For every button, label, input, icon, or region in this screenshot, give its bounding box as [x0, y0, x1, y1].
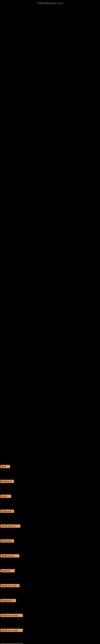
item-row: Bottleneck resu [0, 584, 100, 587]
list-item: Bottleneck resu [0, 584, 100, 587]
item-row: Bottleneck result [0, 643, 100, 644]
item-row: Bottleneck result [0, 614, 100, 617]
chart-area [0, 6, 100, 464]
list-item: Bottleneck result [0, 643, 100, 644]
list-item: Bottle [0, 494, 100, 498]
item-row: Bottleneck result [0, 628, 100, 632]
list-item: Bottleneck result [0, 628, 100, 632]
list-item: Bottleneck [0, 509, 100, 513]
bottleneck-result-label: Bottleneck res [0, 524, 20, 528]
list-item: Bottl [0, 464, 100, 468]
list-item: Bottleneck r [0, 598, 100, 602]
item-row: Bottleneck [0, 509, 100, 513]
item-row: Bottleneck res [0, 524, 100, 528]
item-row: Bottleneck re [0, 554, 100, 558]
list-item: Bottlenec [0, 569, 100, 572]
item-row: Bottlenec [0, 569, 100, 572]
bottleneck-result-label: Bottleneck [0, 480, 14, 483]
results-area: BottlBottleneckBottleBottleneckBottlenec… [0, 464, 100, 644]
item-row: Bottle [0, 494, 100, 498]
list-item: Bottleneck [0, 539, 100, 542]
list-item: Bottleneck [0, 480, 100, 483]
site-title: TheBottlenecker.com [0, 0, 100, 6]
bottleneck-result-label: Bottleneck result [0, 614, 23, 617]
list-item: Bottleneck res [0, 524, 100, 528]
bottleneck-result-label: Bottl [0, 465, 10, 468]
item-row: Bottleneck [0, 539, 100, 542]
bottleneck-result-label: Bottleneck [0, 539, 14, 542]
bottleneck-result-label: Bottlenec [0, 569, 15, 572]
item-row: Bottleneck [0, 480, 100, 483]
list-item: Bottleneck result [0, 614, 100, 617]
bottleneck-result-label: Bottleneck re [0, 554, 19, 558]
site-title-container: TheBottlenecker.com [0, 0, 100, 6]
bottleneck-result-label: Bottleneck resu [0, 584, 20, 587]
bottleneck-result-label: Bottleneck [0, 510, 14, 513]
bottleneck-result-label: Bottleneck r [0, 599, 16, 602]
bottleneck-result-label: Bottle [0, 495, 11, 498]
item-row: Bottl [0, 464, 100, 468]
list-item: Bottleneck re [0, 554, 100, 558]
item-row: Bottleneck r [0, 598, 100, 602]
bottleneck-result-label: Bottleneck result [0, 629, 23, 632]
